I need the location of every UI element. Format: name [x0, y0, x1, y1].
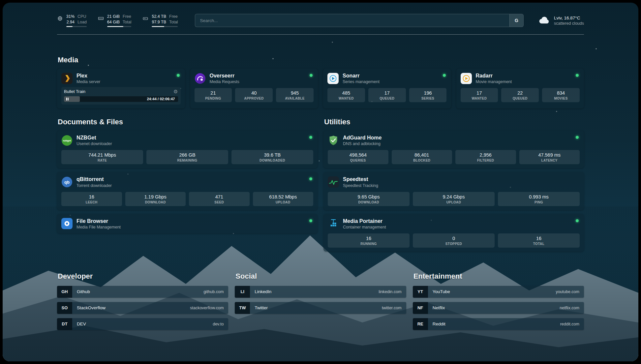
bookmark-reddit[interactable]: RE Reddit reddit.com: [413, 318, 584, 330]
bookmark-abbr: LI: [235, 286, 250, 298]
app-name: NZBGet: [76, 135, 112, 141]
disk-widget: 52.4 TB 97.9 TB Free Total: [142, 14, 178, 27]
speedtest-icon: [328, 176, 339, 188]
stat-upload: 9.24 Gbps UPLOAD: [413, 192, 495, 206]
pause-icon[interactable]: [66, 98, 69, 101]
media-card-grid: Plex Media server Bullet Train ⚙: [57, 69, 584, 108]
status-dot: [309, 219, 312, 222]
status-dot: [177, 74, 180, 77]
service-card-sonarr[interactable]: Sonarr Series management 485 WANTED 17 Q…: [323, 69, 451, 108]
stat-upload: 618.52 Mbps UPLOAD: [253, 192, 314, 206]
memory-free-value: 21 GiB: [107, 14, 120, 19]
header-divider: [57, 34, 584, 35]
bookmark-abbr: DT: [57, 318, 72, 330]
bookmark-url: stackoverflow.com: [190, 306, 224, 310]
section-title-developer: Developer: [58, 272, 228, 281]
stat-seed: 471 SEED: [189, 192, 250, 206]
service-card-filebrowser[interactable]: File Browser Media File Management: [57, 214, 318, 233]
app-desc: Movie management: [476, 79, 512, 84]
app-name: AdGuard Home: [343, 135, 382, 141]
overseerr-icon: [195, 73, 206, 84]
service-card-portainer[interactable]: Media Portainer Container management 16 …: [323, 214, 584, 252]
plex-icon: [61, 73, 73, 84]
stat-series: 196 SERIES: [409, 88, 447, 102]
portainer-icon: [328, 218, 339, 229]
disk-total-label: Total: [169, 19, 178, 25]
app-name: Overseerr: [210, 73, 239, 79]
stat-remaining: 266 GB REMAINING: [146, 150, 228, 164]
memory-total-value: 64 GiB: [107, 19, 120, 25]
stat-approved: 40 APPROVED: [235, 88, 273, 102]
settings-gear-icon[interactable]: ⚙: [173, 89, 178, 94]
stat-downloaded: 39.6 TB DOWNLOADED: [231, 150, 313, 164]
section-title-social: Social: [235, 272, 406, 281]
bookmark-url: netflix.com: [560, 306, 579, 310]
bookmark-abbr: RE: [413, 318, 428, 330]
bookmark-linkedin[interactable]: LI LinkedIn linkedin.com: [235, 286, 406, 298]
weather-location: Lviv, 16.87°C: [554, 15, 584, 20]
service-card-speedtest[interactable]: Speedtest Speedtest Tracking 9.65 Gbps D…: [323, 172, 584, 210]
bookmark-url: twitter.com: [382, 306, 402, 310]
stat-running: 16 RUNNING: [328, 233, 410, 248]
search-input[interactable]: [195, 14, 509, 27]
bookmark-abbr: NF: [413, 302, 428, 314]
bookmark-url: youtube.com: [556, 289, 579, 294]
service-card-adguard[interactable]: AdGuard Home DNS and adblocking 498,564 …: [323, 131, 584, 168]
bookmark-abbr: SO: [57, 302, 72, 314]
status-dot: [309, 177, 312, 180]
stat-latency: 47.569 ms LATENCY: [519, 150, 580, 164]
utilities-column: Utilities: [323, 118, 584, 252]
app-desc: DNS and adblocking: [343, 141, 382, 146]
stat-available: 945 AVAILABLE: [276, 88, 314, 102]
bookmark-github[interactable]: GH Github github.com: [57, 286, 228, 298]
app-name: qBittorrent: [76, 176, 112, 182]
documents-column: Documents & Files nzbget NZBGet: [57, 118, 318, 252]
plex-progress-bar[interactable]: 24:44 / 02:06:47: [64, 96, 178, 102]
nzbget-icon: nzbget: [61, 135, 73, 146]
bookmark-name: Twitter: [255, 305, 268, 310]
service-card-qbittorrent[interactable]: qb qBittorrent Torrent downloader: [57, 172, 318, 210]
cpu-load-label: Load: [77, 19, 87, 25]
bookmark-abbr: TW: [235, 302, 250, 314]
stat-pending: 21 PENDING: [195, 88, 232, 102]
cpu-percent: 31%: [66, 14, 75, 19]
plex-now-playing: Bullet Train ⚙ 24:44 / 02:06:47: [61, 87, 181, 105]
service-card-nzbget[interactable]: nzbget NZBGet Usenet downloader: [57, 131, 318, 168]
bookmark-name: YouTube: [433, 289, 450, 294]
service-card-overseerr[interactable]: Overseerr Media Requests 21 PENDING 40 A…: [190, 69, 318, 108]
section-title-documents: Documents & Files: [58, 118, 318, 126]
cpu-label: CPU: [77, 14, 87, 19]
memory-icon: [98, 15, 104, 21]
playback-time: 24:44 / 02:06:47: [147, 97, 175, 101]
disk-free-value: 52.4 TB: [152, 14, 166, 19]
app-desc: Speedtest Tracking: [343, 183, 378, 188]
stat-rate: 744.21 Mbps RATE: [61, 150, 143, 164]
weather-widget: Lviv, 16.87°C scattered clouds: [538, 15, 584, 26]
bookmark-dev[interactable]: DT DEV dev.to: [57, 318, 228, 330]
app-desc: Media Requests: [210, 79, 239, 84]
stat-stopped: 0 STOPPED: [413, 233, 495, 248]
svg-text:nzbget: nzbget: [63, 139, 71, 142]
bookmark-netflix[interactable]: NF Netflix netflix.com: [413, 302, 584, 314]
status-dot: [576, 74, 579, 77]
now-playing-title: Bullet Train: [64, 89, 85, 94]
bookmark-url: reddit.com: [560, 322, 579, 326]
search-bar: G: [195, 14, 524, 27]
bookmark-stackoverflow[interactable]: SO StackOverflow stackoverflow.com: [57, 302, 228, 314]
stat-filtered: 2,956 FILTERED: [455, 150, 516, 164]
search-provider-button[interactable]: G: [509, 14, 523, 27]
cpu-widget: 31% 2.94 CPU Load: [57, 14, 87, 27]
bookmark-youtube[interactable]: YT YouTube youtube.com: [413, 286, 584, 298]
screenshot-frame: 31% 2.94 CPU Load: [0, 0, 641, 364]
filebrowser-icon: [61, 218, 73, 229]
status-dot: [443, 74, 446, 77]
stat-queued: 22 QUEUED: [501, 88, 539, 102]
service-card-radarr[interactable]: Radarr Movie management 17 WANTED 22 QUE…: [456, 69, 584, 108]
status-dot: [576, 136, 579, 139]
service-card-plex[interactable]: Plex Media server Bullet Train ⚙: [57, 69, 185, 108]
bookmark-twitter[interactable]: TW Twitter twitter.com: [235, 302, 406, 314]
stat-total: 16 TOTAL: [498, 233, 580, 248]
app-name: Sonarr: [343, 73, 380, 79]
bookmark-name: DEV: [77, 321, 86, 326]
memory-total-label: Total: [123, 19, 131, 25]
